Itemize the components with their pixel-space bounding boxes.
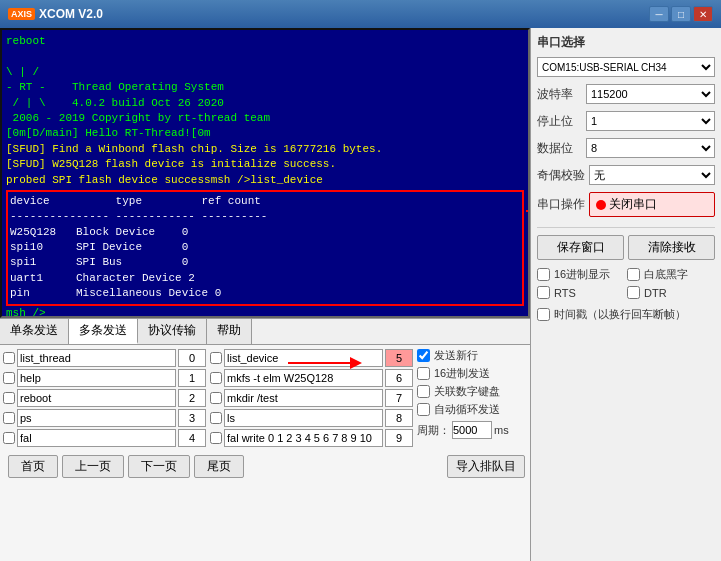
period-input[interactable] [452,421,492,439]
title-bar: AXIS XCOM V2.0 ─ □ ✕ [0,0,721,28]
terminal-line: --------------- ------------ ---------- [10,209,520,224]
port-select[interactable]: COM15:USB-SERIAL CH34 [537,57,715,77]
rts-check[interactable] [537,286,550,299]
terminal-output[interactable]: reboot \ | / - RT - Thread Operating Sys… [0,28,530,318]
main-container: reboot \ | / - RT - Thread Operating Sys… [0,28,721,561]
terminal-line: 2006 - 2019 Copyright by rt-thread team [6,111,524,126]
next-page-button[interactable]: 下一页 [128,455,190,478]
hex-display-check[interactable] [537,268,550,281]
close-button[interactable]: ✕ [693,6,713,22]
send-check-2[interactable] [3,392,15,404]
send-input-4[interactable] [17,429,176,447]
dtr-check[interactable] [627,286,640,299]
send-input-2[interactable] [17,389,176,407]
app-logo: AXIS [8,8,35,20]
send-num-0: 0 [178,349,206,367]
right-options-column: 发送新行 16进制发送 关联数字键盘 自动循环发送 [417,348,527,448]
send-num-3: 3 [178,409,206,427]
data-bits-select[interactable]: 8 [586,138,715,158]
send-check-1[interactable] [3,372,15,384]
period-unit: ms [494,424,509,436]
first-page-button[interactable]: 首页 [8,455,58,478]
send-check-5[interactable] [210,352,222,364]
multi-send-panel: 0 1 2 [0,345,530,561]
tab-multi-send[interactable]: 多条发送 [69,319,138,344]
white-bg-row: 白底黑字 [627,267,715,282]
send-row-9: 9 [210,428,413,448]
terminal-line: device type ref count [10,194,520,209]
maximize-button[interactable]: □ [671,6,691,22]
send-check-0[interactable] [3,352,15,364]
bottom-nav: 首页 上一页 下一页 尾页 导入排队目 [3,452,527,481]
page-nav-buttons: 首页 上一页 下一页 尾页 [5,452,247,481]
save-window-button[interactable]: 保存窗口 [537,235,624,260]
options-checkboxes: 16进制显示 白底黑字 RTS DTR [537,267,715,301]
terminal-line: spi10 SPI Device 0 [10,240,520,255]
close-port-button[interactable]: 关闭串口 [589,192,715,217]
terminal-line: uart1 Character Device 2 [10,271,520,286]
divider-1 [537,227,715,228]
red-circle-icon [596,200,606,210]
period-row: 周期： ms [417,420,527,440]
right-panel: 串口选择 COM15:USB-SERIAL CH34 波特率 115200 停止… [531,28,721,561]
terminal-line: - RT - Thread Operating System [6,80,524,95]
send-check-7[interactable] [210,392,222,404]
stop-bits-select[interactable]: 1 [586,111,715,131]
parity-select[interactable]: 无 [589,165,715,185]
clear-recv-button[interactable]: 清除接收 [628,235,715,260]
last-page-button[interactable]: 尾页 [194,455,244,478]
white-bg-check[interactable] [627,268,640,281]
send-check-8[interactable] [210,412,222,424]
timestamp-label: 时间戳（以换行回车断帧） [554,307,686,322]
tab-protocol[interactable]: 协议传输 [138,319,207,344]
send-input-1[interactable] [17,369,176,387]
send-check-6[interactable] [210,372,222,384]
terminal-line: [0m[D/main] Hello RT-Thread![0m [6,126,524,141]
send-row-4: 4 [3,428,206,448]
timestamp-check[interactable] [537,308,550,321]
send-input-5[interactable] [224,349,383,367]
left-panel: reboot \ | / - RT - Thread Operating Sys… [0,28,531,561]
send-check-3[interactable] [3,412,15,424]
app-title: XCOM V2.0 [39,7,649,21]
send-num-1: 1 [178,369,206,387]
minimize-button[interactable]: ─ [649,6,669,22]
send-row-8: 8 [210,408,413,428]
check-newline-label: 发送新行 [434,348,478,363]
send-row-6: 6 [210,368,413,388]
check-newline[interactable] [417,349,430,362]
terminal-line: probed SPI flash device successmsh />lis… [6,173,524,188]
import-button[interactable]: 导入排队目 [447,455,525,478]
tab-help[interactable]: 帮助 [207,319,252,344]
send-input-3[interactable] [17,409,176,427]
right-send-column: 5 6 7 [210,348,413,448]
send-input-6[interactable] [224,369,383,387]
send-row-1: 1 [3,368,206,388]
send-row-3: 3 [3,408,206,428]
terminal-line: msh /> [6,306,524,318]
send-num-7: 7 [385,389,413,407]
check-auto-loop[interactable] [417,403,430,416]
check-keypad-row: 关联数字键盘 [417,384,527,399]
check-hex-send-row: 16进制发送 [417,366,527,381]
send-input-8[interactable] [224,409,383,427]
white-bg-label: 白底黑字 [644,267,688,282]
send-input-7[interactable] [224,389,383,407]
terminal-line [6,49,524,64]
dtr-label: DTR [644,287,667,299]
send-input-0[interactable] [17,349,176,367]
send-check-4[interactable] [3,432,15,444]
port-row: COM15:USB-SERIAL CH34 [537,57,715,77]
baud-select[interactable]: 115200 [586,84,715,104]
left-send-column: 0 1 2 [3,348,206,448]
check-keypad[interactable] [417,385,430,398]
send-input-9[interactable] [224,429,383,447]
send-check-9[interactable] [210,432,222,444]
hex-display-label: 16进制显示 [554,267,610,282]
tab-single-send[interactable]: 单条发送 [0,319,69,344]
terminal-line: [SFUD] Find a Winbond flash chip. Size i… [6,142,524,157]
check-hex-send[interactable] [417,367,430,380]
prev-page-button[interactable]: 上一页 [62,455,124,478]
send-num-5: 5 [385,349,413,367]
hex-display-row: 16进制显示 [537,267,625,282]
